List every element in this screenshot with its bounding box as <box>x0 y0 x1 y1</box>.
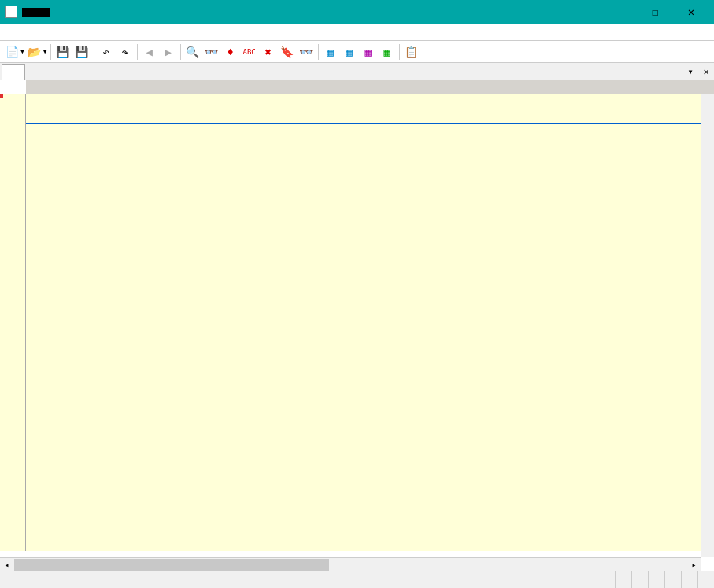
status-crlf <box>631 571 648 588</box>
open-file-icon[interactable]: 📂 <box>26 43 43 61</box>
search-next-icon[interactable]: 👓 <box>203 43 220 61</box>
close-button[interactable]: ✕ <box>673 0 709 24</box>
tab-close-icon[interactable]: ✕ <box>698 64 714 80</box>
text-area[interactable] <box>26 94 714 551</box>
redo-icon[interactable]: ↷ <box>117 43 134 61</box>
status-insert <box>697 571 714 588</box>
tool3-icon[interactable]: ▦ <box>360 43 377 61</box>
tool4-icon[interactable]: ▦ <box>379 43 396 61</box>
tool2-icon[interactable]: ▦ <box>341 43 358 61</box>
undo-icon[interactable]: ↶ <box>98 43 115 61</box>
toolbar: 📄▼ 📂▼ 💾 💾 ↶ ↷ ◀ ▶ 🔍 👓 ♦ ABC ✖ 🔖 👓 ▦ ▦ ▦ … <box>0 41 714 63</box>
menu-edit[interactable] <box>17 31 30 34</box>
line-gutter <box>0 94 26 551</box>
save-all-icon[interactable]: 💾 <box>73 43 91 61</box>
replace-icon[interactable]: ♦ <box>222 43 239 61</box>
scrollbar-vertical[interactable] <box>701 94 714 557</box>
titlebar: — ☐ ✕ <box>0 0 714 24</box>
prev-icon[interactable]: ◀ <box>141 43 158 61</box>
bookmark-icon[interactable]: 🔖 <box>279 43 296 61</box>
save-icon[interactable]: 💾 <box>54 43 72 61</box>
maximize-button[interactable]: ☐ <box>637 0 673 24</box>
search-icon[interactable]: 🔍 <box>184 43 202 61</box>
scroll-right-icon[interactable]: ▸ <box>687 558 701 571</box>
scrollbar-horizontal[interactable]: ◂ ▸ <box>0 557 701 571</box>
status-position <box>615 571 631 588</box>
status-encoding <box>664 571 681 588</box>
grep-icon[interactable]: 👓 <box>298 43 315 61</box>
menu-window[interactable] <box>80 31 93 34</box>
menu-setting[interactable] <box>68 31 80 34</box>
tool1-icon[interactable]: ▦ <box>322 43 339 61</box>
scroll-thumb[interactable] <box>14 559 329 571</box>
unmark-icon[interactable]: ✖ <box>260 43 277 61</box>
status-rec <box>681 571 697 588</box>
app-icon <box>5 6 17 18</box>
menu-file[interactable] <box>5 31 17 34</box>
menu-help[interactable] <box>93 31 105 34</box>
menu-convert[interactable] <box>30 31 43 34</box>
redacted-username <box>22 8 50 17</box>
minimize-button[interactable]: — <box>601 0 637 24</box>
scroll-left-icon[interactable]: ◂ <box>0 558 13 571</box>
menu-search[interactable] <box>43 31 55 34</box>
tab-hosts[interactable] <box>2 64 25 80</box>
dropdown-icon[interactable]: ▼ <box>43 48 47 55</box>
status-code <box>648 571 664 588</box>
editor[interactable] <box>0 94 714 551</box>
statusbar <box>0 571 714 588</box>
mark-icon[interactable]: ABC <box>241 43 258 61</box>
new-file-icon[interactable]: 📄 <box>3 43 20 61</box>
tabbar: ▾ ✕ <box>0 63 714 80</box>
window-title <box>22 6 601 17</box>
ruler <box>26 80 714 94</box>
menubar <box>0 24 714 41</box>
menu-tool[interactable] <box>55 31 68 34</box>
next-icon[interactable]: ▶ <box>160 43 177 61</box>
settings-icon[interactable]: 📋 <box>403 43 420 61</box>
tab-dropdown-icon[interactable]: ▾ <box>683 64 698 80</box>
dropdown-icon[interactable]: ▼ <box>20 48 24 55</box>
